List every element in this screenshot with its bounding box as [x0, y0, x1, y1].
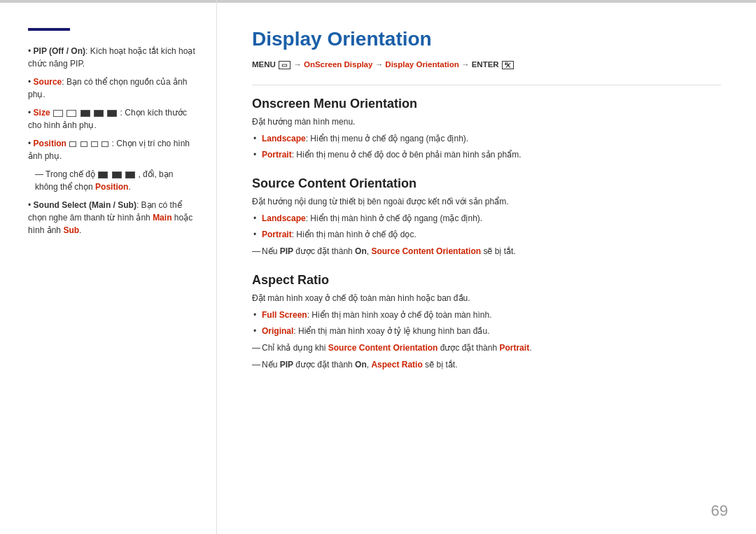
- item-label: Size: [34, 108, 50, 118]
- list-item: Size : Chọn kích thước cho hình ảnh phụ.: [28, 106, 195, 132]
- list-item: Position : Chọn vị trí cho hình ảnh phụ.: [28, 137, 195, 162]
- left-panel: PIP (Off / On): Kích hoạt hoặc tắt kích …: [0, 0, 217, 534]
- list-item: Portrait: Hiển thị màn hình ở chế độ dọc…: [252, 228, 721, 241]
- arrow1: →: [293, 60, 304, 69]
- position-ref: Position: [95, 182, 128, 192]
- main-ref: Main: [153, 213, 172, 223]
- arrow3: →: [461, 60, 472, 69]
- size-icon4: [94, 110, 104, 117]
- left-list-2: Sound Select (Main / Sub): Bạn có thể ch…: [28, 199, 195, 237]
- source-list: Landscape: Hiển thị màn hình ở chế độ ng…: [252, 212, 721, 241]
- aspect-note1: Chỉ khả dụng khi Source Content Orientat…: [252, 342, 721, 354]
- on-ref: On: [355, 246, 367, 256]
- sub-ref: Sub: [63, 225, 79, 235]
- note-position: ― Trong chế độ , đổi, bạn không thể chọn…: [35, 168, 195, 193]
- list-item: Source: Bạn có thể chọn nguồn của ảnh ph…: [28, 76, 195, 101]
- list-item: Landscape: Hiển thị menu ở chế độ ngang …: [252, 132, 721, 145]
- accent-bar: [28, 28, 70, 31]
- portrait-label2: Portrait: [262, 230, 292, 239]
- section-desc-onscreen: Đặt hướng màn hình menu.: [252, 117, 721, 127]
- list-item: Landscape: Hiển thị màn hình ở chế độ ng…: [252, 212, 721, 225]
- item-label: Source: [34, 77, 62, 87]
- onscreen-list: Landscape: Hiển thị menu ở chế độ ngang …: [252, 132, 721, 161]
- portrait-ref: Portrait: [499, 343, 529, 353]
- aspect-list: Full Screen: Hiển thị màn hình xoay ở ch…: [252, 309, 721, 337]
- size-icon5: [107, 110, 117, 117]
- divider1: [252, 85, 721, 85]
- source-note: Nếu PIP được đặt thành On, Source Conten…: [252, 245, 721, 258]
- size-icon1: [53, 110, 63, 117]
- left-list: PIP (Off / On): Kích hoạt hoặc tắt kích …: [28, 45, 195, 162]
- list-item: Portrait: Hiển thị menu ở chế độ doc ở b…: [252, 148, 721, 161]
- arrow2: →: [375, 60, 386, 69]
- section-source: Source Content Orientation Đặt hướng nội…: [252, 176, 721, 258]
- pos-icon1: [69, 141, 76, 147]
- onscreen-display: OnScreen Display: [304, 60, 372, 69]
- landscape-label2: Landscape: [262, 213, 306, 223]
- source-content-ref2: Source Content Orientation: [328, 343, 438, 353]
- pip-ref2: PIP: [280, 360, 293, 370]
- mode-icon1: [98, 171, 108, 178]
- right-panel: Display Orientation MENU ▭ → OnScreen Di…: [217, 0, 756, 534]
- section-title-aspect: Aspect Ratio: [252, 273, 721, 288]
- mode-icon2: [112, 171, 122, 178]
- section-title-onscreen: Onscreen Menu Orientation: [252, 97, 721, 111]
- section-title-source: Source Content Orientation: [252, 176, 721, 191]
- portrait-label: Portrait: [262, 150, 292, 160]
- pip-ref: PIP: [280, 246, 293, 256]
- section-desc-aspect: Đặt màn hình xoay ở chế độ toàn màn hình…: [252, 293, 721, 303]
- page-number: 69: [711, 502, 728, 520]
- menu-label: MENU: [252, 60, 276, 69]
- item-label: Position: [34, 139, 66, 148]
- source-content-ref: Source Content Orientation: [371, 246, 481, 256]
- enter-icon: ⏧: [502, 61, 514, 69]
- list-item-sound: Sound Select (Main / Sub): Bạn có thể ch…: [28, 199, 195, 237]
- menu-path: MENU ▭ → OnScreen Display → Display Orie…: [252, 60, 721, 69]
- pos-icon4: [102, 141, 108, 147]
- aspect-note2: Nếu PIP được đặt thành On, Aspect Ratio …: [252, 358, 721, 371]
- section-aspect: Aspect Ratio Đặt màn hình xoay ở chế độ …: [252, 273, 721, 371]
- fullscreen-label: Full Screen: [262, 310, 307, 320]
- menu-icon: ▭: [279, 61, 290, 69]
- landscape-label: Landscape: [262, 134, 306, 143]
- sound-label: Sound Select (Main / Sub): [34, 200, 136, 210]
- enter-label: ENTER: [472, 60, 499, 69]
- size-icon2: [66, 110, 76, 117]
- pos-icon2: [80, 141, 88, 147]
- size-icon3: [80, 110, 90, 117]
- mode-icon3: [125, 171, 135, 178]
- aspect-ratio-ref: Aspect Ratio: [371, 360, 422, 370]
- list-item: PIP (Off / On): Kích hoạt hoặc tắt kích …: [28, 45, 195, 70]
- pos-icon3: [91, 141, 98, 147]
- original-label: Original: [262, 326, 293, 336]
- list-item: Full Screen: Hiển thị màn hình xoay ở ch…: [252, 309, 721, 321]
- page-title: Display Orientation: [252, 28, 721, 50]
- display-orientation-nav: Display Orientation: [385, 60, 458, 69]
- item-label: PIP (Off / On): [34, 46, 85, 56]
- section-onscreen: Onscreen Menu Orientation Đặt hướng màn …: [252, 97, 721, 161]
- list-item: Original: Hiển thị màn hình xoay ở tỷ lệ…: [252, 325, 721, 337]
- on-ref2: On: [355, 360, 367, 370]
- section-desc-source: Đặt hướng nội dung từ thiết bị bên ngoài…: [252, 197, 721, 206]
